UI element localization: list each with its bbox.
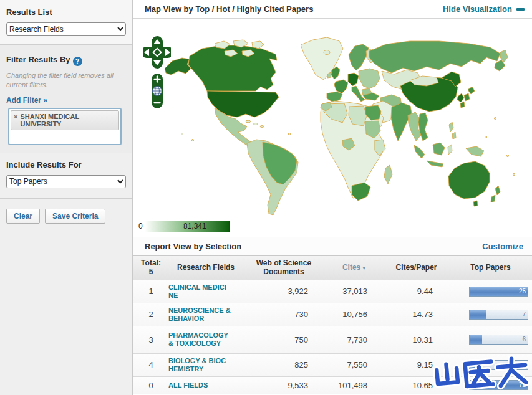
country-germany[interactable] (348, 73, 359, 86)
caribbean-island[interactable] (260, 126, 264, 128)
row-cites-paper: 9.15 (384, 360, 449, 369)
save-criteria-button[interactable]: Save Criteria (45, 209, 105, 224)
row-cites-paper: 9.44 (384, 287, 449, 296)
globe-reset-icon[interactable] (153, 87, 162, 96)
filter-heading: Filter Results By (6, 55, 70, 64)
field-link[interactable]: ALL FIELDS (168, 381, 231, 389)
choropleth-world-map[interactable] (133, 25, 532, 221)
include-results-heading: Include Results For (6, 160, 126, 169)
country-spain[interactable] (327, 92, 342, 102)
row-cites: 10,756 (324, 310, 384, 319)
islet (191, 139, 193, 141)
col-cites-paper: Cites/Paper (384, 264, 449, 272)
table-row: 0 ALL FIELDS 9,533 101,498 10.65 72 (133, 377, 532, 394)
row-cites: 37,013 (324, 287, 384, 296)
country-japan[interactable] (460, 102, 465, 108)
top-papers-value: 72 (519, 381, 526, 388)
island-borneo[interactable] (433, 143, 445, 155)
island-sulawesi[interactable] (448, 145, 452, 155)
row-rank: 0 (133, 381, 168, 390)
country-philippines[interactable] (452, 132, 456, 139)
sidebar: Results List Research Fields Filter Resu… (0, 0, 133, 395)
islet (494, 117, 496, 119)
sidebar-buttons: Clear Save Criteria (0, 199, 132, 234)
top-papers-value: 3 (522, 361, 526, 368)
island-java[interactable] (427, 161, 443, 167)
add-filter-link[interactable]: Add Filter » (6, 96, 47, 105)
field-link[interactable]: CLINICAL MEDICINE (168, 283, 231, 300)
report-table-header: Total: 5 Research Fields Web of Science … (133, 255, 532, 280)
field-link[interactable]: NEUROSCIENCE & BEHAVIOR (168, 307, 231, 323)
results-list-select[interactable]: Research Fields (6, 22, 126, 36)
filter-chip[interactable]: × SHANXI MEDICAL UNIVERSITY (11, 110, 119, 130)
hide-visualization-link[interactable]: Hide Visualization (443, 4, 525, 14)
col-total: Total: 5 (133, 259, 168, 277)
islet (288, 133, 290, 135)
islet (181, 133, 183, 135)
clear-button[interactable]: Clear (6, 209, 40, 224)
island-sumatra[interactable] (414, 145, 425, 158)
row-cites-paper: 10.31 (384, 335, 449, 345)
top-papers-bar: 3 (469, 360, 528, 370)
col-research-fields: Research Fields (168, 264, 243, 272)
esi-map-report-page: Results List Research Fields Filter Resu… (0, 0, 532, 395)
country-australia[interactable] (448, 161, 490, 199)
col-top-papers: Top Papers (449, 264, 532, 272)
island-new-guinea[interactable] (466, 146, 484, 156)
map-panel-header: Map View by Top / Hot / Highly Cited Pap… (133, 0, 532, 19)
results-list-heading: Results List (6, 7, 126, 17)
row-cites-paper: 14.73 (384, 310, 449, 319)
main-panel: Map View by Top / Hot / Highly Cited Pap… (133, 0, 532, 395)
table-row: 4 BIOLOGY & BIOCHEMISTRY 825 7,550 9.15 … (133, 354, 532, 377)
customize-link[interactable]: Customize (482, 242, 523, 251)
country-iceland[interactable] (324, 50, 330, 55)
row-docs: 9,533 (243, 381, 324, 390)
world-map-visualization[interactable]: 0 81,341 (133, 19, 532, 237)
top-papers-value: 7 (522, 311, 526, 318)
filter-note: Changing the filter field removes all cu… (6, 71, 115, 90)
country-russia[interactable] (369, 41, 500, 73)
report-table: Total: 5 Research Fields Web of Science … (133, 255, 532, 394)
country-new-zealand[interactable] (495, 186, 500, 195)
field-link[interactable]: BIOLOGY & BIOCHEMISTRY (168, 357, 231, 373)
include-results-section: Include Results For Top Papers (0, 153, 132, 199)
legend-min-value: 0 (138, 222, 143, 231)
top-papers-bar: 25 (469, 287, 528, 297)
top-papers-value: 6 (522, 336, 526, 343)
country-japan[interactable] (468, 87, 475, 94)
country-japan[interactable] (464, 93, 470, 101)
caribbean-island[interactable] (254, 123, 258, 125)
report-title: Report View by Selection (145, 242, 241, 251)
country-madagascar[interactable] (384, 165, 392, 184)
country-south-africa[interactable] (352, 183, 370, 201)
report-header: Report View by Selection Customize (133, 237, 532, 255)
map-navigation-controls[interactable] (143, 35, 171, 128)
include-results-select[interactable]: Top Papers (6, 175, 126, 188)
map-title: Map View by Top / Hot / Highly Cited Pap… (145, 4, 313, 14)
country-philippines[interactable] (449, 122, 453, 132)
table-row: 2 NEUROSCIENCE & BEHAVIOR 730 10,756 14.… (133, 303, 532, 326)
field-link[interactable]: PHARMACOLOGY & TOXICOLOGY (168, 331, 231, 348)
island-tasmania[interactable] (473, 201, 478, 206)
sort-descending-icon: ▾ (363, 265, 366, 271)
islet (485, 136, 486, 138)
help-icon[interactable]: ? (73, 57, 82, 66)
country-france[interactable] (334, 80, 348, 93)
results-list-section: Results List Research Fields (0, 0, 132, 45)
remove-filter-icon[interactable]: × (14, 113, 17, 120)
row-docs: 825 (243, 360, 324, 369)
hide-visualization-label: Hide Visualization (443, 4, 512, 14)
top-papers-bar: 7 (469, 310, 528, 320)
region-east-europe[interactable] (359, 69, 380, 88)
country-korea[interactable] (457, 93, 464, 102)
table-row: 1 CLINICAL MEDICINE 3,922 37,013 9.44 25 (133, 280, 532, 303)
legend-max-value: 81,341 (183, 222, 206, 231)
row-rank: 4 (133, 360, 168, 369)
caribbean-island[interactable] (246, 120, 251, 123)
col-cites-sort[interactable]: Cites ▾ (324, 264, 384, 272)
row-cites-paper: 10.65 (384, 381, 449, 390)
top-papers-value: 25 (519, 288, 526, 295)
country-new-zealand[interactable] (491, 195, 495, 202)
region-scandinavia[interactable] (349, 44, 369, 70)
row-docs: 750 (243, 335, 324, 345)
